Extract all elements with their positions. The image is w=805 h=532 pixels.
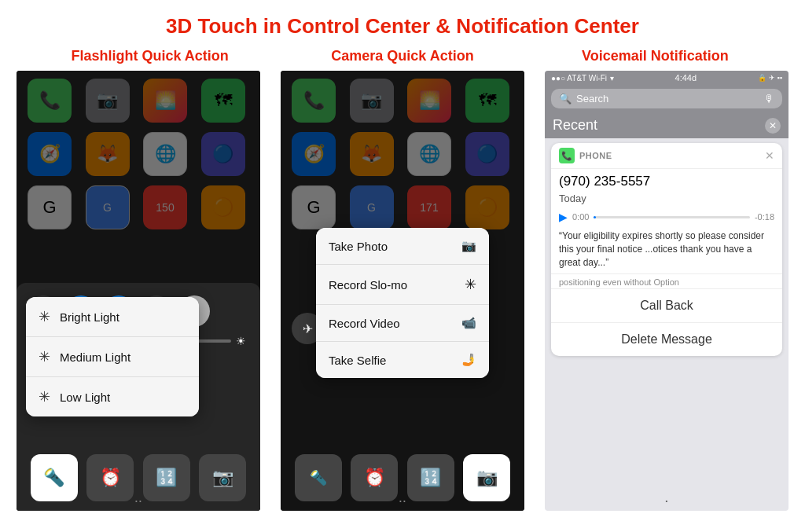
take-photo-label: Take Photo [329, 240, 388, 253]
record-slomo-icon: ✳ [465, 276, 476, 293]
carrier-label: ●●○ AT&T Wi-Fi [551, 74, 607, 83]
camera-panel: 📞 📷 🌅 🗺 🧭 🦊 🌐 🔵 G G 171 🟠 ✈ 📶 ⬡ [281, 71, 524, 511]
camera-take-selfie[interactable]: Take Selfie 🤳 [316, 342, 489, 378]
delete-message-btn[interactable]: Delete Message [551, 323, 782, 356]
vm-today-label: Today [551, 191, 782, 207]
section-headers: Flashlight Quick Action Camera Quick Act… [0, 45, 805, 71]
search-bar-area: 🔍 Search 🎙 [545, 85, 788, 112]
battery-icon: ▪▪ [777, 74, 782, 82]
vm-close-btn[interactable]: ✕ [765, 149, 774, 162]
panels-container: 📞 📷 🌅 🗺 🧭 🦊 🌐 🔵 G G 150 🟠 ✈ 📶 ⬡ [0, 71, 805, 511]
vm-phone-number: (970) 235-5557 [551, 169, 782, 191]
flashlight-menu: ✳ Bright Light ✳ Medium Light ✳ Low Ligh… [26, 297, 199, 416]
dots-1: • • [17, 494, 260, 508]
lock-icon: 🔒 [758, 74, 766, 82]
take-selfie-label: Take Selfie [329, 354, 386, 367]
take-selfie-icon: 🤳 [461, 353, 476, 367]
page-title: 3D Touch in Control Center & Notificatio… [0, 0, 805, 45]
mic-icon: 🎙 [764, 93, 774, 105]
record-video-icon: 📹 [461, 316, 476, 330]
status-bar: ●●○ AT&T Wi-Fi ▾ 4:44d 🔒 ✈ ▪▪ [545, 71, 788, 85]
dots-3: • [545, 494, 788, 508]
audio-time-start: 0:00 [572, 212, 589, 222]
vm-transcript: “Your eligibility expires shortly so ple… [551, 226, 782, 274]
take-photo-icon: 📷 [461, 239, 476, 253]
voicemail-card: 📞 PHONE ✕ (970) 235-5557 Today ▶ 0:00 -0… [551, 143, 782, 356]
record-video-label: Record Video [329, 317, 400, 330]
section2-header: Camera Quick Action [276, 48, 528, 64]
airplane-icon: ✈ [769, 74, 775, 82]
phone-label-text: PHONE [579, 151, 612, 160]
low-light-label: Low Light [60, 391, 110, 404]
section3-header: Voicemail Notification [529, 48, 781, 64]
audio-track[interactable] [594, 216, 750, 218]
camera-menu: Take Photo 📷 Record Slo-mo ✳ Record Vide… [316, 228, 489, 378]
call-back-btn[interactable]: Call Back [551, 289, 782, 323]
audio-time-end: -0:18 [755, 212, 774, 222]
flash-bright-light[interactable]: ✳ Bright Light [26, 297, 199, 337]
camera-record-video[interactable]: Record Video 📹 [316, 305, 489, 342]
medium-light-label: Medium Light [60, 350, 130, 364]
dots-2: • • [281, 494, 524, 508]
vm-card-header: 📞 PHONE ✕ [551, 143, 782, 169]
flash-medium-light[interactable]: ✳ Medium Light [26, 337, 199, 377]
bright-light-label: Bright Light [60, 310, 119, 324]
play-button[interactable]: ▶ [559, 211, 568, 223]
recent-title: Recent [553, 117, 597, 134]
flash-low-light[interactable]: ✳ Low Light [26, 377, 199, 416]
vm-audio-row: ▶ 0:00 -0:18 [551, 207, 782, 226]
signal-icon: ▾ [610, 74, 614, 83]
camera-record-slomo[interactable]: Record Slo-mo ✳ [316, 265, 489, 305]
search-placeholder-text: Search [576, 93, 608, 105]
vm-app-label: 📞 PHONE [559, 148, 612, 163]
audio-fill [594, 216, 596, 218]
time-label: 4:44d [675, 73, 697, 83]
search-inner[interactable]: 🔍 Search 🎙 [551, 89, 782, 108]
recent-close-btn[interactable]: ✕ [765, 118, 781, 134]
section1-header: Flashlight Quick Action [24, 48, 276, 64]
status-bar-right: 🔒 ✈ ▪▪ [758, 74, 782, 82]
low-light-icon: ✳ [39, 388, 50, 405]
flashlight-panel: 📞 📷 🌅 🗺 🧭 🦊 🌐 🔵 G G 150 🟠 ✈ 📶 ⬡ [17, 71, 260, 511]
record-slomo-label: Record Slo-mo [329, 278, 407, 292]
medium-light-icon: ✳ [39, 348, 50, 365]
vm-partial-text: positioning even without Option [551, 274, 782, 289]
voicemail-panel: ●●○ AT&T Wi-Fi ▾ 4:44d 🔒 ✈ ▪▪ 🔍 Search 🎙… [545, 71, 788, 511]
camera-take-photo[interactable]: Take Photo 📷 [316, 228, 489, 265]
bright-light-icon: ✳ [39, 308, 50, 325]
recent-header: Recent ✕ [545, 112, 788, 138]
search-icon: 🔍 [559, 93, 572, 105]
phone-app-icon: 📞 [559, 148, 575, 163]
status-bar-left: ●●○ AT&T Wi-Fi ▾ [551, 74, 614, 83]
